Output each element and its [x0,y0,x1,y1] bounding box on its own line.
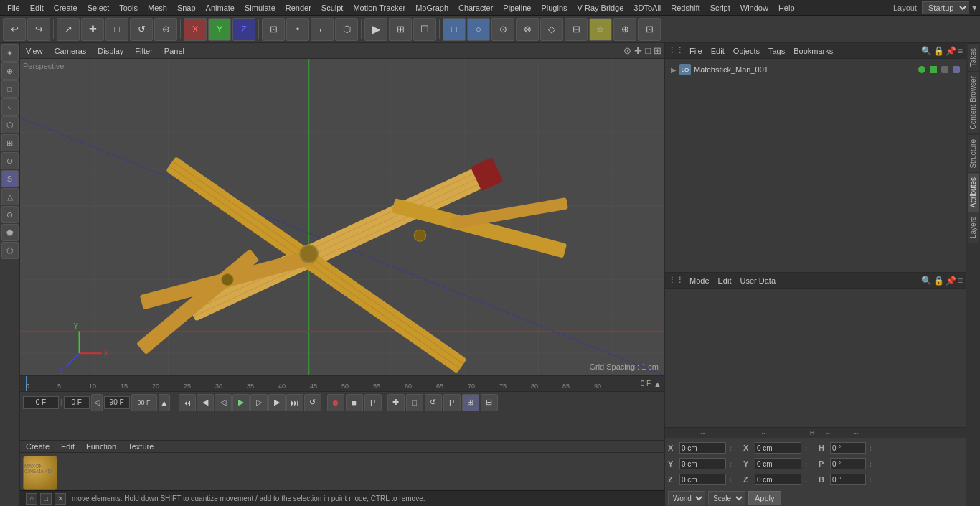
keyframe-view-button[interactable]: ⊟ [481,394,498,411]
play-forward-button[interactable]: ▶ [232,394,250,411]
move-tool-button[interactable]: ✚ [81,18,104,41]
object-render-dot[interactable] [930,66,937,73]
axis-z-button[interactable]: Z [232,18,255,41]
menu-script[interactable]: Script [706,2,735,14]
viewport-icon-3[interactable]: □ [645,45,651,56]
left-tool-1[interactable]: ✦ [1,44,19,62]
object-visibility-dot[interactable] [918,66,925,73]
object-mode-button[interactable]: ⊡ [262,18,285,41]
object-tag-2[interactable] [953,66,960,73]
viewport-icon-4[interactable]: ⊞ [654,45,661,56]
key-button[interactable]: P [364,394,382,411]
light-button[interactable]: ☆ [589,18,612,41]
axis-y-button[interactable]: Y [208,18,231,41]
objects-pin-icon[interactable]: 📌 [946,46,956,56]
menu-tools[interactable]: Tools [115,2,142,14]
status-icon-2[interactable]: □ [40,493,52,505]
menu-character[interactable]: Character [454,2,497,14]
objects-lock-icon[interactable]: 🔒 [933,46,944,56]
apply-button[interactable]: Apply [748,491,781,505]
attr-pin-icon[interactable]: 📌 [946,276,956,286]
menu-sculpt[interactable]: Sculpt [317,2,348,14]
left-tool-12[interactable]: ⬠ [1,242,19,259]
coord-x-pos[interactable] [679,442,726,454]
poly-mode-button[interactable]: ⬡ [335,18,358,41]
render-region-button[interactable]: ▶ [364,18,387,41]
attr-menu-userdata[interactable]: User Data [738,275,779,286]
left-tool-8[interactable]: S [1,170,19,187]
left-tool-4[interactable]: ○ [1,98,19,116]
tab-layers[interactable]: Layers [968,212,979,243]
scale-dropdown[interactable]: Scale [708,491,745,505]
object-expand-icon[interactable]: ▶ [671,66,677,74]
prev-start-button[interactable]: ◁ [91,394,103,411]
viewport-menu-filter[interactable]: Filter [132,45,155,57]
left-tool-3[interactable]: □ [1,80,19,98]
coord-z-pos[interactable] [679,474,726,485]
left-tool-6[interactable]: ⊞ [1,134,19,151]
render-picture-button[interactable]: ⊞ [389,18,412,41]
coord-y-rot[interactable] [755,458,801,469]
pos-key-button[interactable]: P [443,394,461,411]
objects-menu-bookmarks[interactable]: Bookmarks [791,45,836,57]
menu-simulate[interactable]: Simulate [240,2,280,14]
menu-select[interactable]: Select [83,2,114,14]
tab-takes[interactable]: Takes [968,43,979,71]
objects-menu-icon[interactable]: ≡ [958,46,963,56]
viewport-menu-display[interactable]: Display [95,45,126,57]
next-key-button[interactable]: ▷ [250,394,268,411]
objects-menu-file[interactable]: File [687,45,705,57]
sphere-button[interactable]: ○ [467,18,490,41]
select-tool-button[interactable]: ↗ [57,18,80,41]
coord-b-size[interactable] [830,474,866,485]
preview-end-up[interactable]: ▲ [159,394,170,411]
attr-search-icon[interactable]: 🔍 [921,276,932,286]
scale-key-button[interactable]: □ [406,394,423,411]
frame-up-icon[interactable]: ▲ [654,380,661,388]
status-icon-1[interactable]: ○ [26,493,37,505]
menu-edit[interactable]: Edit [26,2,48,14]
camera-button[interactable]: ⊟ [565,18,588,41]
menu-snap[interactable]: Snap [173,2,200,14]
menu-motion-tracker[interactable]: Motion Tracker [349,2,410,14]
menu-render[interactable]: Render [281,2,316,14]
left-tool-9[interactable]: △ [1,188,19,205]
coord-y-pos[interactable] [679,458,726,469]
left-tool-5[interactable]: ⬡ [1,116,19,133]
world-dropdown[interactable]: World [668,491,705,505]
menu-3dtoall[interactable]: 3DToAll [629,2,665,14]
layout-menu-icon[interactable]: ▾ [972,2,977,13]
left-tool-11[interactable]: ⬟ [1,224,19,241]
coord-p-size[interactable] [830,458,866,469]
move-key-button[interactable]: ✚ [387,394,405,411]
nurbs-button[interactable]: ⊗ [516,18,539,41]
viewport-icon-2[interactable]: ✚ [634,45,642,56]
tab-structure[interactable]: Structure [968,134,979,173]
menu-pipeline[interactable]: Pipeline [499,2,535,14]
layout-dropdown[interactable]: Startup [922,1,969,14]
timeline-ruler[interactable]: 0 5 10 15 20 25 30 35 40 45 50 55 60 65 … [20,376,664,392]
rotate-tool-button[interactable]: ↺ [130,18,153,41]
object-row-matchstick[interactable]: ▶ LO Matchstick_Man_001 [668,62,963,78]
current-frame-input[interactable] [23,396,59,409]
attr-menu-icon[interactable]: ≡ [958,276,963,286]
viewport-menu-panel[interactable]: Panel [161,45,187,57]
scene-button[interactable]: ⊕ [613,18,636,41]
keyframe-all-button[interactable]: ⊞ [462,394,479,411]
menu-redshift[interactable]: Redshift [666,2,704,14]
status-icon-3[interactable]: ✕ [55,493,66,505]
left-tool-10[interactable]: ⊙ [1,206,19,223]
attr-menu-mode[interactable]: Mode [687,275,712,286]
render-settings-button[interactable]: ☐ [413,18,436,41]
scale-tool-button[interactable]: □ [105,18,128,41]
objects-menu-edit[interactable]: Edit [708,45,727,57]
tab-attributes[interactable]: Attributes [968,172,979,212]
viewport-icon-1[interactable]: ⊙ [623,45,631,56]
record-button[interactable]: ⏺ [327,394,344,411]
axis-x-button[interactable]: X [184,18,207,41]
preview-end-input[interactable]: 90 F [131,394,157,411]
material-menu-edit[interactable]: Edit [58,441,77,452]
next-frame-button[interactable]: ▶ [268,394,286,411]
material-menu-texture[interactable]: Texture [125,441,156,452]
menu-plugins[interactable]: Plugins [537,2,571,14]
